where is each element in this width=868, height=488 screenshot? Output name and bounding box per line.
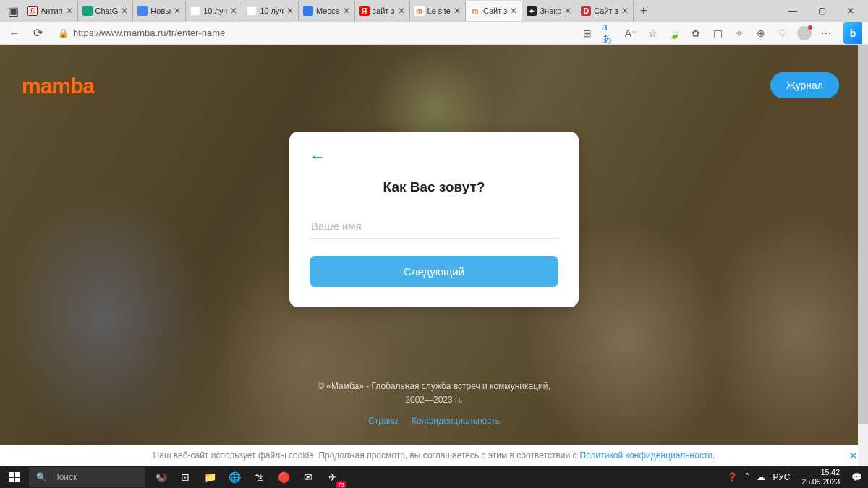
browser-tab[interactable]: ✦Знако✕ xyxy=(522,1,576,21)
browser-tab[interactable]: Новы✕ xyxy=(133,1,186,21)
favorites-bar-icon[interactable]: ✧ xyxy=(732,26,746,40)
tab-close-icon[interactable]: ✕ xyxy=(121,6,128,16)
tab-close-icon[interactable]: ✕ xyxy=(66,6,73,16)
collections-icon[interactable]: ⊕ xyxy=(754,26,768,40)
tab-favicon: m xyxy=(414,6,425,16)
tab-close-icon[interactable]: ✕ xyxy=(230,6,237,16)
card-title: Как Вас зовут? xyxy=(310,179,558,195)
footer-privacy-link[interactable]: Конфиденциальность xyxy=(412,416,500,426)
task-telegram-icon[interactable]: ✈ xyxy=(321,466,344,488)
tab-close-icon[interactable]: ✕ xyxy=(621,6,629,16)
panel-icon[interactable]: ▣ xyxy=(3,1,23,21)
taskbar-search[interactable]: 🔍 Поиск xyxy=(29,467,145,487)
tab-close-icon[interactable]: ✕ xyxy=(343,6,350,16)
tab-favicon: Я xyxy=(359,6,370,16)
browser-tab[interactable]: mLe site✕ xyxy=(410,1,466,21)
system-tray: ❓ ˄ ☁ РУС 15:42 25.09.2023 💬 xyxy=(727,468,868,486)
task-view-icon[interactable]: ⊡ xyxy=(174,466,197,488)
read-aloud-icon[interactable]: A⁺ xyxy=(624,26,638,40)
profile-avatar[interactable] xyxy=(797,26,812,40)
tab-close-icon[interactable]: ✕ xyxy=(398,6,405,16)
task-otter-icon[interactable]: 🦦 xyxy=(149,466,172,488)
bing-sidebar-button[interactable]: b xyxy=(843,22,862,44)
search-icon: 🔍 xyxy=(36,472,47,482)
more-icon[interactable]: ⋯ xyxy=(819,26,833,40)
site-logo[interactable]: mamba xyxy=(22,74,94,98)
extension-icon[interactable]: ✿ xyxy=(689,26,703,40)
task-store-icon[interactable]: 🛍 xyxy=(247,466,271,488)
task-mail-icon[interactable]: ✉ xyxy=(297,466,320,488)
task-explorer-icon[interactable]: 📁 xyxy=(198,466,221,488)
task-yandex-icon[interactable]: 🔴 xyxy=(272,466,295,488)
task-edge-icon[interactable]: 🌐 xyxy=(223,466,246,488)
journal-button[interactable]: Журнал xyxy=(770,72,839,98)
split-icon[interactable]: ◫ xyxy=(710,26,725,40)
minimize-button[interactable]: ― xyxy=(778,0,807,22)
tray-time: 15:42 xyxy=(801,468,840,477)
browser-tab[interactable]: Ясайт з✕ xyxy=(355,1,410,21)
tray-date: 25.09.2023 xyxy=(801,477,840,487)
browser-tab[interactable]: ©Антип✕ xyxy=(23,1,78,21)
translate-icon[interactable]: aあ xyxy=(602,26,616,40)
tab-title: Сайт з xyxy=(594,7,618,15)
tab-title: ChatG xyxy=(95,7,119,15)
close-window-button[interactable]: ✕ xyxy=(836,0,865,22)
browser-tab[interactable]: Мессе✕ xyxy=(299,1,355,21)
tab-title: Мессе xyxy=(316,7,340,15)
maximize-button[interactable]: ▢ xyxy=(807,0,836,22)
tab-close-icon[interactable]: ✕ xyxy=(174,6,181,16)
ext-leaf-icon[interactable]: 🍃 xyxy=(667,26,681,40)
browser-tab[interactable]: mСайт з✕ xyxy=(466,1,522,21)
cookie-bar: Наш веб-сайт использует файлы cookie. Пр… xyxy=(0,445,868,466)
scrollbar-thumb[interactable] xyxy=(858,45,868,424)
tab-title: сайт з xyxy=(373,7,395,15)
search-placeholder: Поиск xyxy=(53,472,77,482)
tray-help-icon[interactable]: ❓ xyxy=(727,472,738,482)
tab-close-icon[interactable]: ✕ xyxy=(510,6,517,16)
tray-clock[interactable]: 15:42 25.09.2023 xyxy=(797,468,844,486)
browser-tab[interactable]: DСайт з✕ xyxy=(576,1,633,21)
url-box[interactable]: 🔒 https://www.mamba.ru/fr/enter-name xyxy=(52,25,574,42)
refresh-button[interactable]: ⟳ xyxy=(29,25,46,42)
start-button[interactable] xyxy=(0,466,29,488)
tab-title: Антип xyxy=(41,7,63,15)
tab-favicon: ✦ xyxy=(527,6,537,16)
tab-favicon: D xyxy=(581,6,591,16)
performance-icon[interactable]: ♡ xyxy=(775,26,790,40)
next-button[interactable]: Следующий xyxy=(310,256,558,287)
tray-onedrive-icon[interactable]: ☁ xyxy=(757,472,765,482)
new-tab-button[interactable]: + xyxy=(634,4,654,17)
tab-title: Новы xyxy=(150,7,171,15)
back-button[interactable]: ← xyxy=(6,25,23,42)
tab-favicon: Я xyxy=(190,6,200,16)
tab-close-icon[interactable]: ✕ xyxy=(286,6,294,16)
tab-close-icon[interactable]: ✕ xyxy=(564,6,571,16)
browser-tab[interactable]: Я10 луч✕ xyxy=(186,1,242,21)
cookie-close-icon[interactable]: ✕ xyxy=(848,449,858,463)
vertical-scrollbar[interactable] xyxy=(858,45,868,466)
browser-tab[interactable]: ChatG✕ xyxy=(78,1,134,21)
tab-title: Знако xyxy=(540,7,561,15)
name-input[interactable] xyxy=(310,214,558,239)
window-controls: ― ▢ ✕ xyxy=(778,0,865,22)
footer-copyright: © «Мамба» - Глобальная служба встреч и к… xyxy=(0,380,868,407)
page-content: mamba Журнал ← Как Вас зовут? Следующий … xyxy=(0,45,868,466)
tab-close-icon[interactable]: ✕ xyxy=(454,6,461,16)
footer-country-link[interactable]: Страна xyxy=(368,416,398,426)
tab-title: Le site xyxy=(427,7,451,15)
apps-icon[interactable]: ⊞ xyxy=(580,26,595,40)
tab-favicon xyxy=(137,6,148,16)
tab-favicon: © xyxy=(27,6,38,16)
tab-favicon xyxy=(303,6,313,16)
tray-language[interactable]: РУС xyxy=(773,472,790,482)
card-back-arrow-icon[interactable]: ← xyxy=(310,147,326,166)
footer-line2: 2002—2023 гг. xyxy=(0,393,868,407)
browser-tab[interactable]: ✈10 луч✕ xyxy=(242,1,299,21)
footer-line1: © «Мамба» - Глобальная служба встреч и к… xyxy=(0,380,868,393)
footer-links: Страна Конфиденциальность xyxy=(0,416,868,426)
address-bar: ← ⟳ 🔒 https://www.mamba.ru/fr/enter-name… xyxy=(0,22,868,45)
tray-chevron-icon[interactable]: ˄ xyxy=(745,472,749,482)
tray-notifications-icon[interactable]: 💬 xyxy=(851,472,862,482)
cookie-policy-link[interactable]: Политикой конфиденциальности. xyxy=(580,450,715,461)
favorite-icon[interactable]: ☆ xyxy=(645,26,660,40)
